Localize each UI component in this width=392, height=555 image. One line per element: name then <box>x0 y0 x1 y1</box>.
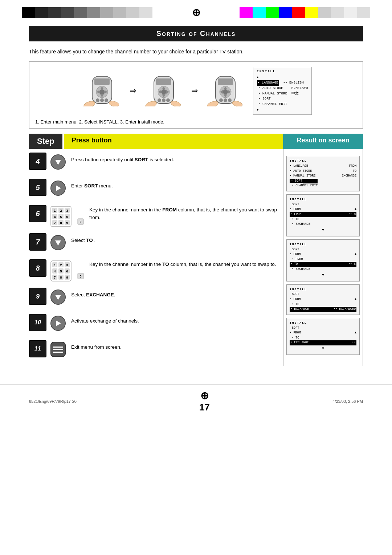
svg-point-8 <box>96 98 99 102</box>
r56-sort: SORT <box>292 202 356 207</box>
step-row-7: 7 Select TO . <box>29 233 279 255</box>
intro-text: This feature allows you to change the ch… <box>29 48 363 56</box>
r78-from: • FROM <box>292 257 356 262</box>
setup-menu-arrow-down: ▼ <box>257 108 308 112</box>
cb-red <box>292 7 305 18</box>
step-desc-6: Key in the channel number in the FROM co… <box>89 205 279 221</box>
cb-green <box>266 7 279 18</box>
result-header: Result on screen <box>283 134 363 149</box>
cb-dark3 <box>61 7 74 18</box>
numpad-button-8[interactable]: 1 2 3 4 5 6 7 8 9 <box>50 260 72 283</box>
r11-arrow-down: ▼ <box>290 346 356 352</box>
step-num-7: 7 <box>29 233 46 251</box>
cb-gray1 <box>74 7 87 18</box>
step-num-10: 10 <box>29 314 46 331</box>
setup-diagram: ⇒ ⇒ <box>29 61 363 129</box>
r56-exchange: • EXCHANGE <box>292 222 356 227</box>
menu-button-11[interactable] <box>50 341 66 359</box>
result-panel-11: INSTALL SORT • FROM▲ • TO • EXCHANGE•• ▼ <box>286 318 360 355</box>
color-bar-right <box>240 7 370 18</box>
cb-yellow <box>305 7 318 18</box>
cb-lt2 <box>331 7 344 18</box>
cb-gray6b <box>357 7 370 18</box>
r910-exchange-selected: • EXCHANGE•• EXCHANGED <box>290 307 356 312</box>
svg-text:1: 1 <box>54 209 56 212</box>
step-desc-4: Press button repeatedly until SORT is se… <box>71 153 174 163</box>
remote-2 <box>142 74 185 107</box>
svg-rect-92 <box>53 347 63 348</box>
remote-1 <box>80 74 124 107</box>
color-bars: ⊕ <box>0 0 392 19</box>
r910-from: • FROM▲ <box>290 297 356 302</box>
result-panel-78: INSTALL SORT • FROM▲ • FROM • TO•• 6 • E… <box>286 239 360 281</box>
cb-gray4 <box>113 7 126 18</box>
down-button-9[interactable] <box>50 289 66 307</box>
zero-button-8[interactable]: 0 <box>77 272 89 280</box>
zero-button[interactable]: 0 <box>77 218 89 225</box>
r56-from-selected: • FROM•• 8 <box>290 212 356 217</box>
cb-dark2 <box>48 7 61 18</box>
arrow-1: ⇒ <box>130 86 136 96</box>
step-row-6: 6 1 2 3 4 5 6 7 8 9 <box>29 205 279 229</box>
r11-from: • FROM▲ <box>290 331 356 336</box>
r78-from-arrow: • FROM▲ <box>290 252 356 257</box>
setup-caption: 1. Enter main menu. 2. Select INSTALL. 3… <box>35 119 357 125</box>
svg-text:2: 2 <box>60 263 62 267</box>
r4-autostore: • AUTO STORETO <box>290 169 356 174</box>
step-header: Step <box>29 134 62 149</box>
step-row-8: 8 1 2 3 4 5 6 7 8 9 <box>29 259 279 283</box>
cb-lt1 <box>318 7 331 18</box>
svg-text:4: 4 <box>54 215 56 219</box>
setup-menu-manualstore: • MANUAL STORE 中文 <box>258 91 308 97</box>
svg-text:0: 0 <box>79 275 81 278</box>
steps-container: 4 Press button repeatedly until SORT is … <box>29 149 363 366</box>
numpad-button[interactable]: 1 2 3 4 5 6 7 8 9 <box>50 206 72 229</box>
cb-cyan <box>253 7 266 18</box>
r56-from-top: • FROM▲ <box>290 207 356 212</box>
down-button[interactable] <box>50 154 66 171</box>
svg-point-10 <box>105 98 108 102</box>
right-button[interactable] <box>50 180 66 198</box>
down-button-7[interactable] <box>50 235 66 252</box>
svg-point-21 <box>158 98 161 102</box>
r56-to: • TO <box>292 217 356 222</box>
setup-menu-arrow-up: ▲ <box>257 75 308 80</box>
step-num-4: 4 <box>29 153 46 170</box>
step-desc-5: Enter SORT menu. <box>71 179 113 190</box>
step-num-9: 9 <box>29 288 46 305</box>
r4-channeledit: • CHANNEL EDIT <box>292 183 356 189</box>
svg-point-7 <box>99 89 105 94</box>
setup-menu-channeledit: • CHANNEL EDIT <box>258 102 308 107</box>
steps-header-row: Step Press button Result on screen <box>29 134 363 149</box>
cb-gray2 <box>87 7 100 18</box>
svg-text:1: 1 <box>54 263 56 267</box>
page-footer: 8521/Eng/69R/79R/p17-20 ⊕ 17 4/23/03, 2:… <box>0 384 392 418</box>
page-title: Sorting of Channels <box>29 26 363 41</box>
step-num-8: 8 <box>29 259 46 277</box>
right-button-10[interactable] <box>50 315 66 333</box>
svg-text:6: 6 <box>66 215 68 219</box>
svg-rect-14 <box>156 78 171 85</box>
svg-text:0: 0 <box>79 220 81 224</box>
cb-blue <box>279 7 292 18</box>
svg-text:2: 2 <box>60 209 62 212</box>
r910-title: INSTALL <box>290 287 356 292</box>
svg-point-22 <box>162 98 166 102</box>
svg-point-20 <box>161 89 166 94</box>
footer-page-num: 17 <box>199 402 210 413</box>
steps-left: 4 Press button repeatedly until SORT is … <box>29 149 283 366</box>
r4-title: INSTALL <box>290 159 356 163</box>
crosshair-bottom: ⊕ <box>199 390 210 402</box>
r78-exchange: • EXCHANGE <box>292 267 356 272</box>
svg-text:5: 5 <box>60 270 62 273</box>
r4-language: • LANGUAGEFROM <box>290 164 356 169</box>
step-desc-10: Activate exchange of channels. <box>71 314 139 325</box>
svg-text:7: 7 <box>54 276 56 279</box>
svg-text:9: 9 <box>66 221 68 225</box>
step-row-10: 10 Activate exchange of channels. <box>29 314 279 336</box>
r78-title: INSTALL <box>290 242 356 247</box>
r910-sort: SORT <box>292 292 356 297</box>
step-desc-11: Exit menu from screen. <box>71 340 122 351</box>
cb-gray5 <box>126 7 139 18</box>
page-content: Sorting of Channels This feature allows … <box>0 22 392 381</box>
